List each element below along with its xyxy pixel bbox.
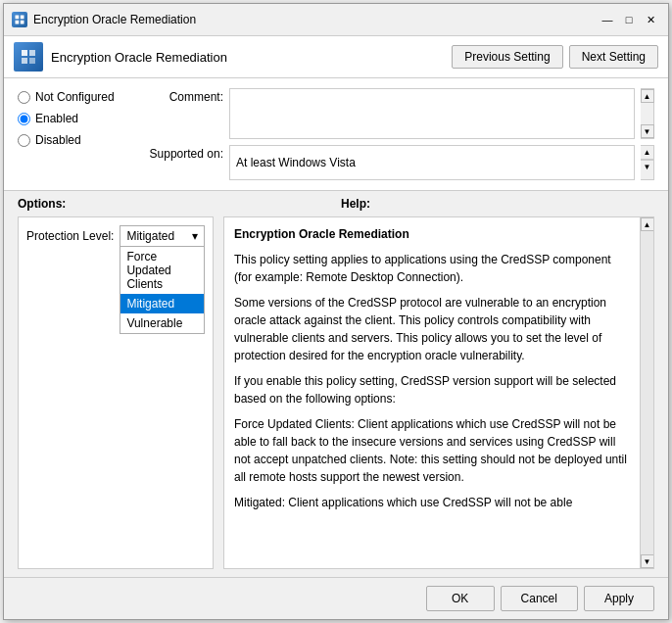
close-button[interactable]: ✕ xyxy=(641,10,660,29)
radio-group: Not Configured Enabled Disabled xyxy=(18,88,125,180)
dropdown-container: Mitigated ▾ Force Updated Clients Mitiga… xyxy=(120,225,205,247)
scroll-up-arrow[interactable]: ▲ xyxy=(641,89,654,103)
header-left: Encryption Oracle Remediation xyxy=(14,42,227,72)
header-icon xyxy=(14,42,43,72)
protection-label: Protection Level: xyxy=(26,229,114,243)
header-buttons: Previous Setting Next Setting xyxy=(452,45,658,69)
help-scroll-track[interactable] xyxy=(641,231,653,554)
comment-scrollbar: ▲ ▼ xyxy=(641,88,654,139)
help-section-label: Help: xyxy=(341,197,654,211)
maximize-button[interactable]: □ xyxy=(619,10,639,29)
help-panel: Encryption Oracle Remediation This polic… xyxy=(223,216,654,569)
supported-scroll-up[interactable]: ▲ xyxy=(641,146,653,160)
help-para-0: This policy setting applies to applicati… xyxy=(234,251,630,286)
config-section: Not Configured Enabled Disabled Comment:… xyxy=(4,78,668,191)
title-bar: Encryption Oracle Remediation — □ ✕ xyxy=(4,4,668,36)
dropdown-item-force[interactable]: Force Updated Clients xyxy=(120,247,204,294)
help-scroll-up[interactable]: ▲ xyxy=(641,217,654,231)
not-configured-option[interactable]: Not Configured xyxy=(18,90,125,104)
not-configured-radio[interactable] xyxy=(18,91,30,104)
disabled-label: Disabled xyxy=(35,133,81,147)
svg-rect-0 xyxy=(16,16,20,20)
not-configured-label: Not Configured xyxy=(35,90,115,104)
svg-rect-5 xyxy=(29,50,35,56)
disabled-radio[interactable] xyxy=(18,134,30,147)
comment-label: Comment: xyxy=(145,88,223,104)
enabled-label: Enabled xyxy=(35,112,78,125)
dropdown-item-mitigated[interactable]: Mitigated xyxy=(120,294,204,313)
title-controls: — □ ✕ xyxy=(598,10,660,29)
right-fields: Comment: ▲ ▼ Supported on: At least Wind… xyxy=(145,88,654,180)
cancel-button[interactable]: Cancel xyxy=(501,586,578,611)
supported-scrollbar: ▲ ▼ xyxy=(641,145,654,180)
svg-rect-3 xyxy=(21,21,24,24)
protection-row: Protection Level: Mitigated ▾ Force Upda… xyxy=(26,225,205,247)
options-section-label: Options: xyxy=(18,197,331,211)
apply-button[interactable]: Apply xyxy=(584,586,654,611)
enabled-radio[interactable] xyxy=(18,113,30,125)
dropdown-selected-value: Mitigated xyxy=(126,229,174,243)
window-title: Encryption Oracle Remediation xyxy=(33,13,196,26)
ok-button[interactable]: OK xyxy=(426,586,495,611)
disabled-option[interactable]: Disabled xyxy=(18,133,125,147)
protection-dropdown[interactable]: Mitigated ▾ xyxy=(120,225,205,247)
section-labels: Options: Help: xyxy=(4,191,668,216)
svg-rect-4 xyxy=(22,50,27,56)
next-setting-button[interactable]: Next Setting xyxy=(569,45,658,69)
svg-rect-7 xyxy=(29,58,35,64)
previous-setting-button[interactable]: Previous Setting xyxy=(452,45,562,69)
header-bar: Encryption Oracle Remediation Previous S… xyxy=(4,36,668,78)
svg-rect-2 xyxy=(16,21,20,24)
button-bar: OK Cancel Apply xyxy=(4,577,668,619)
lower-section: Options: Help: Protection Level: Mitigat… xyxy=(4,191,668,577)
help-content: Encryption Oracle Remediation This polic… xyxy=(224,217,640,568)
help-scroll-down[interactable]: ▼ xyxy=(641,554,654,568)
supported-row: Supported on: At least Windows Vista ▲ ▼ xyxy=(145,145,654,180)
help-para-4: Mitigated: Client applications which use… xyxy=(234,494,630,511)
supported-value: At least Windows Vista xyxy=(229,145,635,180)
enabled-option[interactable]: Enabled xyxy=(18,112,125,125)
help-para-3: Force Updated Clients: Client applicatio… xyxy=(234,415,630,486)
supported-scroll-down[interactable]: ▼ xyxy=(641,160,653,173)
panels-row: Protection Level: Mitigated ▾ Force Upda… xyxy=(4,216,668,577)
dropdown-arrow-icon: ▾ xyxy=(192,229,198,243)
supported-label: Supported on: xyxy=(145,145,223,161)
options-panel: Protection Level: Mitigated ▾ Force Upda… xyxy=(18,216,214,569)
help-para-1: Some versions of the CredSSP protocol ar… xyxy=(234,294,630,364)
dropdown-item-vulnerable[interactable]: Vulnerable xyxy=(120,313,204,333)
scroll-down-arrow[interactable]: ▼ xyxy=(641,124,654,138)
comment-textarea[interactable] xyxy=(229,88,635,139)
window-icon xyxy=(12,12,27,27)
header-title: Encryption Oracle Remediation xyxy=(51,50,227,65)
help-para-2: If you enable this policy setting, CredS… xyxy=(234,372,630,407)
svg-rect-6 xyxy=(22,58,27,64)
help-title: Encryption Oracle Remediation xyxy=(234,225,630,243)
main-window: Encryption Oracle Remediation — □ ✕ Encr… xyxy=(3,3,669,620)
minimize-button[interactable]: — xyxy=(598,10,617,29)
dropdown-menu: Force Updated Clients Mitigated Vulnerab… xyxy=(120,247,205,334)
comment-row: Comment: ▲ ▼ xyxy=(145,88,654,139)
title-bar-left: Encryption Oracle Remediation xyxy=(12,12,196,27)
help-scrollbar: ▲ ▼ xyxy=(640,217,653,568)
svg-rect-1 xyxy=(21,16,24,20)
